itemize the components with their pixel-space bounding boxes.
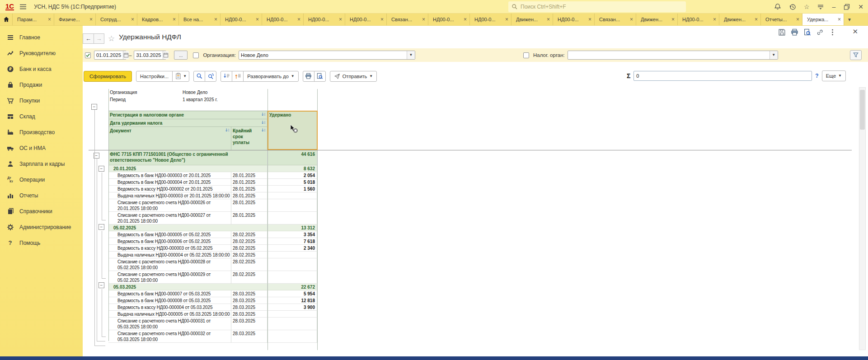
collapse-group-icon[interactable]: − bbox=[99, 282, 104, 288]
deadline-cell[interactable]: 28.03.2025 bbox=[231, 311, 267, 318]
document-cell[interactable]: Выдача наличных НД00-000003 от 20.01.202… bbox=[108, 192, 231, 199]
amount-cell[interactable]: 5 954 bbox=[267, 290, 317, 297]
amount-cell[interactable] bbox=[267, 271, 317, 284]
filter-settings-button[interactable] bbox=[850, 50, 862, 60]
amount-cell[interactable]: 12 818 bbox=[267, 297, 317, 304]
history-icon[interactable] bbox=[789, 3, 796, 10]
tab-list-dropdown[interactable]: ▼ bbox=[844, 14, 855, 25]
group-total[interactable]: 22 672 bbox=[267, 284, 317, 290]
main-menu-icon[interactable] bbox=[19, 4, 27, 9]
group-total[interactable]: 13 312 bbox=[267, 224, 317, 231]
period-from-field[interactable]: 01.01.2025 bbox=[94, 51, 127, 60]
tab-close-icon[interactable]: × bbox=[630, 16, 633, 23]
report-detail-row[interactable]: Ведомость в банк НД00-000007 от 05.03.20… bbox=[108, 290, 317, 297]
global-search[interactable]: Поиск Ctrl+Shift+F bbox=[508, 1, 686, 12]
report-date-group-row[interactable]: 05.02.202513 312 bbox=[108, 224, 317, 231]
vertical-scrollbar[interactable] bbox=[859, 87, 866, 350]
settings-button[interactable]: Настройки... bbox=[136, 71, 173, 82]
tab-20[interactable]: Удержа...× bbox=[802, 14, 844, 25]
collapse-groups-button[interactable] bbox=[221, 71, 232, 82]
sort-icon[interactable] bbox=[262, 128, 266, 133]
tab-10[interactable]: Связан...× bbox=[387, 14, 428, 25]
collapse-group-icon[interactable]: − bbox=[99, 224, 104, 230]
sidebar-item-otchety[interactable]: Отчеты bbox=[0, 187, 83, 203]
notifications-bell-icon[interactable] bbox=[774, 3, 781, 10]
document-cell[interactable]: Списание с расчетного счета НД00-000028 … bbox=[108, 258, 231, 271]
tab-8[interactable]: НД00-0...× bbox=[304, 14, 345, 25]
amount-cell[interactable] bbox=[267, 252, 317, 258]
tab-12[interactable]: НД00-0...× bbox=[470, 14, 511, 25]
tab-close-icon[interactable]: × bbox=[838, 16, 841, 23]
amount-cell[interactable] bbox=[267, 330, 317, 343]
amount-cell[interactable]: 3 354 bbox=[267, 231, 317, 238]
tab-7[interactable]: НД00-0...× bbox=[262, 14, 304, 25]
report-detail-row[interactable]: Списание с расчетного счета НД00-000028 … bbox=[108, 258, 317, 271]
sidebar-item-proizvodstvo[interactable]: Производство bbox=[0, 124, 83, 140]
report-detail-row[interactable]: Ведомость в банк НД00-000006 от 05.02.20… bbox=[108, 238, 317, 245]
tab-3[interactable]: Сотруд...× bbox=[96, 14, 137, 25]
header-deadline[interactable]: Крайний срок уплаты bbox=[231, 127, 267, 150]
header-registration[interactable]: Регистрация в налоговом органе bbox=[108, 111, 267, 119]
tax-authority-combo[interactable]: ▼ bbox=[568, 51, 778, 60]
amount-cell[interactable] bbox=[267, 311, 317, 318]
document-cell[interactable]: Ведомость в банк НД00-000004 от 20.01.20… bbox=[108, 179, 231, 186]
report-detail-row[interactable]: Списание с расчетного счета НД00-000029 … bbox=[108, 271, 317, 284]
document-cell[interactable]: Ведомость в банк НД00-000008 от 05.03.20… bbox=[108, 297, 231, 304]
sidebar-item-sklad[interactable]: Склад bbox=[0, 108, 83, 124]
report-date-group-row[interactable]: 05.03.202522 672 bbox=[108, 284, 317, 290]
report-detail-row[interactable]: Ведомость в кассу НД00-000003 от 05.02.2… bbox=[108, 245, 317, 252]
forward-button[interactable]: → bbox=[94, 33, 104, 44]
amount-cell[interactable] bbox=[267, 212, 317, 224]
home-tab[interactable] bbox=[0, 14, 13, 25]
deadline-cell[interactable]: 28.02.2025 bbox=[231, 231, 267, 238]
tax-authority-checkbox[interactable] bbox=[523, 52, 529, 58]
sidebar-item-glavnoe[interactable]: Главное bbox=[0, 29, 83, 45]
deadline-cell[interactable]: 28.03.2025 bbox=[231, 304, 267, 311]
report-variant-button[interactable]: ▼ bbox=[172, 71, 189, 82]
tab-close-icon[interactable]: × bbox=[339, 16, 342, 23]
tab-close-icon[interactable]: × bbox=[89, 16, 93, 23]
report-detail-row[interactable]: Списание с расчетного счета НД00-000026 … bbox=[108, 199, 317, 212]
generate-button[interactable]: Сформировать bbox=[84, 71, 132, 82]
amount-cell[interactable]: 2 340 bbox=[267, 245, 317, 252]
calendar-icon[interactable] bbox=[123, 51, 129, 59]
deadline-cell[interactable]: 28.02.2025 bbox=[231, 252, 267, 258]
document-cell[interactable]: Списание с расчетного счета НД00-000032 … bbox=[108, 330, 231, 343]
tab-close-icon[interactable]: × bbox=[48, 16, 51, 23]
sidebar-item-prodazhi[interactable]: Продажи bbox=[0, 77, 83, 93]
find-next-button[interactable] bbox=[205, 71, 216, 82]
document-cell[interactable]: Ведомость в банк НД00-000007 от 05.03.20… bbox=[108, 290, 231, 297]
deadline-cell[interactable]: 28.03.2025 bbox=[231, 330, 267, 343]
more-button[interactable]: Еще ▼ bbox=[822, 70, 846, 81]
tab-1[interactable]: Парам...× bbox=[13, 14, 54, 25]
document-cell[interactable]: Ведомость в кассу НД00-000003 от 05.02.2… bbox=[108, 245, 231, 252]
document-cell[interactable]: Списание с расчетного счета НД00-000026 … bbox=[108, 199, 231, 212]
org-group-label[interactable]: ФНС 7715 КПП 771501001 (Общество с огран… bbox=[108, 150, 267, 165]
tab-close-icon[interactable]: × bbox=[755, 16, 758, 23]
document-cell[interactable]: Выдача наличных НД00-000004 от 05.02.202… bbox=[108, 252, 231, 258]
report-detail-row[interactable]: Ведомость в банк НД00-000008 от 05.03.20… bbox=[108, 297, 317, 304]
print-icon[interactable] bbox=[791, 28, 798, 36]
tab-close-icon[interactable]: × bbox=[131, 16, 134, 23]
tab-2[interactable]: Физиче...× bbox=[54, 14, 96, 25]
deadline-cell[interactable]: 28.02.2025 bbox=[231, 271, 267, 284]
tab-close-icon[interactable]: × bbox=[671, 16, 675, 23]
tab-close-icon[interactable]: × bbox=[464, 16, 467, 23]
report-detail-row[interactable]: Списание с расчетного счета НД00-000032 … bbox=[108, 330, 317, 343]
sort-icon[interactable] bbox=[225, 128, 230, 133]
back-button[interactable]: ← bbox=[83, 33, 94, 44]
deadline-cell[interactable]: 28.01.2025 bbox=[231, 172, 267, 179]
sort-icon[interactable] bbox=[262, 112, 266, 117]
more-vertical-icon[interactable] bbox=[829, 28, 836, 36]
sidebar-item-spravochniki[interactable]: Справочники bbox=[0, 203, 83, 219]
amount-cell[interactable]: 5 018 bbox=[267, 179, 317, 186]
tab-19[interactable]: Отчеты...× bbox=[761, 14, 802, 25]
group-date[interactable]: 20.01.2025 bbox=[108, 165, 267, 172]
report-date-group-row[interactable]: 20.01.20258 632 bbox=[108, 165, 317, 172]
period-checkbox[interactable] bbox=[85, 52, 91, 58]
header-document[interactable]: Документ bbox=[108, 127, 231, 150]
amount-cell[interactable]: 1 560 bbox=[267, 186, 317, 192]
report-detail-row[interactable]: Ведомость в банк НД00-000004 от 20.01.20… bbox=[108, 179, 317, 186]
collapse-group-icon[interactable]: − bbox=[91, 104, 97, 110]
get-link-icon[interactable] bbox=[816, 28, 824, 36]
